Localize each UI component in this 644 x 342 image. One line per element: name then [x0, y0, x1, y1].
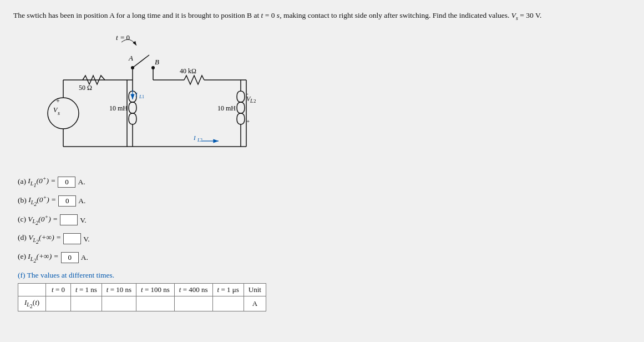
table-cell-t0[interactable]: [46, 296, 71, 311]
table-row-label: IL2(t): [18, 296, 46, 311]
svg-text:+: +: [56, 97, 60, 105]
part-e-input[interactable]: [61, 252, 79, 263]
svg-text:40 kΩ: 40 kΩ: [180, 67, 196, 75]
problem-statement: The swtich has been in position A for a …: [13, 10, 631, 22]
table-input-t400ns[interactable]: [186, 298, 201, 309]
answers-section: (a) IL1(0+) = A. (b) IL2(0+) = A. (c) VL…: [18, 173, 631, 266]
svg-text:2: 2: [200, 138, 202, 143]
svg-text:I: I: [135, 91, 138, 98]
part-f-label: (f) The values at different times.: [18, 271, 631, 280]
table-input-t0[interactable]: [50, 298, 66, 309]
table-section: t = 0 t = 1 ns t = 10 ns t = 100 ns t = …: [18, 283, 631, 312]
part-e-row: (e) IL2(+∞) = A.: [18, 249, 631, 266]
part-c-input[interactable]: [60, 214, 78, 225]
table-cell-t1ns[interactable]: [71, 296, 102, 311]
table-header-t0: t = 0: [46, 283, 71, 296]
svg-text:50 Ω: 50 Ω: [79, 84, 92, 92]
svg-line-5: [133, 55, 149, 68]
table-header-unit: Unit: [244, 283, 266, 296]
part-d-row: (d) VL2(+∞) = V.: [18, 230, 631, 248]
table-input-t1us[interactable]: [220, 298, 236, 309]
part-c-row: (c) VL2(0+) = V.: [18, 211, 631, 229]
table-input-t100ns[interactable]: [148, 298, 163, 309]
circuit-diagram: t = 0 A B V s + 50 Ω: [30, 30, 263, 163]
part-a-label: (a) IL1(0+) =: [18, 173, 55, 191]
svg-text:L: L: [250, 98, 253, 104]
part-a-unit: A.: [78, 174, 85, 189]
table-header-t100ns: t = 100 ns: [136, 283, 175, 296]
svg-text:+: +: [246, 118, 250, 124]
svg-text:2: 2: [253, 98, 256, 104]
part-e-unit: A.: [81, 250, 88, 265]
svg-text:I: I: [193, 134, 196, 141]
part-d-label: (d) VL2(+∞) =: [18, 230, 61, 248]
table-header-empty: [18, 283, 46, 296]
svg-text:A: A: [128, 54, 133, 62]
table-header-t1ns: t = 1 ns: [71, 283, 102, 296]
table-cell-t1us[interactable]: [212, 296, 244, 311]
svg-text:10 mH: 10 mH: [109, 104, 128, 112]
values-table: t = 0 t = 1 ns t = 10 ns t = 100 ns t = …: [18, 283, 266, 312]
svg-text:10 mH: 10 mH: [217, 104, 236, 112]
part-b-label: (b) IL2(0+) =: [18, 192, 56, 210]
svg-text:= 0: = 0: [120, 33, 130, 42]
table-cell-t400ns[interactable]: [174, 296, 212, 311]
part-a-input[interactable]: [58, 177, 75, 188]
part-e-label: (e) IL2(+∞) =: [18, 249, 59, 266]
svg-text:1: 1: [142, 94, 144, 99]
part-d-unit: V.: [83, 232, 89, 247]
part-b-row: (b) IL2(0+) = A.: [18, 192, 631, 210]
table-row-il2: IL2(t) A: [18, 296, 266, 311]
table-header-t10ns: t = 10 ns: [102, 283, 136, 296]
part-c-label: (c) VL2(0+) =: [18, 211, 58, 229]
svg-text:B: B: [155, 58, 159, 66]
table-cell-unit: A: [244, 296, 266, 311]
part-a-row: (a) IL1(0+) = A.: [18, 173, 631, 191]
part-c-unit: V.: [80, 213, 86, 228]
table-cell-t10ns[interactable]: [102, 296, 136, 311]
part-d-input[interactable]: [63, 233, 81, 244]
svg-point-7: [48, 98, 79, 129]
table-input-t1ns[interactable]: [78, 298, 94, 309]
svg-text:t: t: [116, 33, 118, 42]
table-input-t10ns[interactable]: [111, 298, 126, 309]
part-b-input[interactable]: [58, 195, 76, 207]
table-header-t400ns: t = 400 ns: [174, 283, 212, 296]
svg-text:s: s: [58, 110, 60, 116]
table-cell-t100ns[interactable]: [136, 296, 175, 311]
table-header-t1us: t = 1 μs: [212, 283, 244, 296]
part-b-unit: A.: [78, 193, 85, 208]
